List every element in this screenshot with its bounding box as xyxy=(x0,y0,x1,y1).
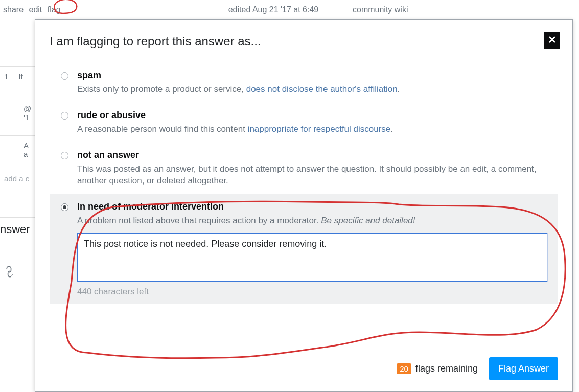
flag-count-badge: 20 xyxy=(397,363,411,374)
bg-fragment: Aa xyxy=(0,135,36,164)
flags-remaining: 20 flags remaining xyxy=(397,363,478,374)
option-desc: Exists only to promote a product or serv… xyxy=(77,84,552,96)
option-desc: A reasonable person would find this cont… xyxy=(77,124,552,135)
flags-remaining-label: flags remaining xyxy=(415,363,478,374)
share-link[interactable]: share xyxy=(3,5,24,14)
close-icon: ✕ xyxy=(548,34,557,45)
radio-spam[interactable] xyxy=(61,72,68,80)
rude-help-link[interactable]: inappropriate for respectful discourse xyxy=(248,124,391,134)
edit-link[interactable]: edit xyxy=(29,5,42,14)
edited-info[interactable]: edited Aug 21 '17 at 6:49 xyxy=(204,5,342,14)
flag-answer-button[interactable]: Flag Answer xyxy=(489,357,558,380)
bg-fragment-heading: nswer xyxy=(0,217,36,241)
option-title: spam xyxy=(77,70,552,81)
radio-naa[interactable] xyxy=(61,152,68,159)
spam-help-link[interactable]: does not disclose the author's affiliati… xyxy=(246,84,398,94)
flag-dialog: ✕ I am flagging to report this answer as… xyxy=(35,19,573,392)
bg-fragment: 1If xyxy=(0,66,36,86)
moderator-message-input[interactable]: This post notice is not needed. Please c… xyxy=(77,233,547,282)
annotation-flag-circle xyxy=(51,0,80,14)
flag-option-not-an-answer[interactable]: not an answer This was posted as an answ… xyxy=(50,143,558,194)
edited-label: edited xyxy=(228,5,251,14)
link-icon[interactable] xyxy=(0,261,36,283)
option-title: in need of moderator intervention xyxy=(77,201,552,212)
option-title: rude or abusive xyxy=(77,110,552,121)
radio-rude[interactable] xyxy=(61,112,68,120)
flag-option-rude[interactable]: rude or abusive A reasonable person woul… xyxy=(50,103,558,143)
flag-option-spam[interactable]: spam Exists only to promote a product or… xyxy=(50,63,558,103)
edited-date: Aug 21 '17 at 6:49 xyxy=(252,5,318,14)
option-title: not an answer xyxy=(77,150,552,160)
close-button[interactable]: ✕ xyxy=(544,32,560,49)
flag-option-moderator[interactable]: in need of moderator intervention A prob… xyxy=(50,194,558,304)
community-wiki-link[interactable]: community wiki xyxy=(353,5,408,14)
char-count: 440 characters left xyxy=(77,287,552,297)
option-desc: A problem not listed above that requires… xyxy=(77,215,552,227)
bg-fragment: @'1 xyxy=(0,99,36,127)
dialog-title: I am flagging to report this answer as..… xyxy=(50,34,558,49)
option-desc: This was posted as an answer, but it doe… xyxy=(77,164,552,187)
radio-moderator[interactable] xyxy=(61,203,68,211)
